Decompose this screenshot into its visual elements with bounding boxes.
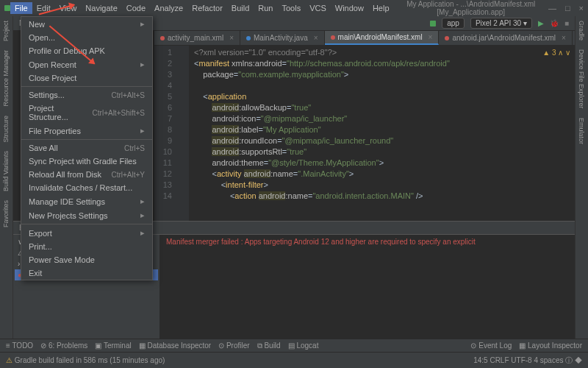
tool-structure[interactable]: Structure (0, 111, 12, 147)
toolwindow-button[interactable]: ⧉ Build (257, 342, 281, 350)
menu-analyze[interactable]: Analyze (150, 2, 187, 14)
inspection-summary[interactable]: ▲ 3 ∧ ∨ (542, 49, 570, 57)
menu-vcs[interactable]: VCS (305, 2, 331, 14)
menuitem-print-[interactable]: Print... (21, 240, 152, 253)
tool-resource-manager[interactable]: Resource Manager (0, 46, 12, 111)
code-area[interactable]: <?xml version="1.0" encoding="utf-8"?> <… (190, 46, 575, 221)
menu-code[interactable]: Code (122, 2, 150, 14)
editor-tabs: activity_main.xml×MainActivity.java×main… (154, 31, 575, 46)
menuitem-file-properties[interactable]: File Properties▸ (21, 124, 152, 138)
window-controls: — □ × (548, 4, 584, 13)
menuitem-export[interactable]: Export▸ (21, 226, 152, 240)
menuitem-manage-ide-settings[interactable]: Manage IDE Settings▸ (21, 194, 152, 208)
menuitem-sync-project-with-gradle-files[interactable]: Sync Project with Gradle Files (21, 155, 152, 168)
close-tab-icon[interactable]: × (314, 34, 318, 42)
close-tab-icon[interactable]: × (429, 33, 433, 41)
menu-help[interactable]: Help (368, 2, 394, 14)
status-message: Gradle build failed in 586 ms (15 minute… (15, 356, 165, 364)
menu-window[interactable]: Window (331, 2, 368, 14)
menuitem-project-structure-[interactable]: Project Structure...Ctrl+Alt+Shift+S (21, 102, 152, 124)
menu-navigate[interactable]: Navigate (81, 2, 121, 14)
tool-project[interactable]: Project (0, 16, 12, 46)
tool-device-file-explorer[interactable]: Device File Explorer (576, 45, 587, 113)
menuitem-open-recent[interactable]: Open Recent▸ (21, 57, 152, 71)
menuitem-power-save-mode[interactable]: Power Save Mode (21, 253, 152, 266)
menuitem-close-project[interactable]: Close Project (21, 71, 152, 85)
debug-button[interactable]: 🐞 (550, 19, 559, 27)
tool-emulator[interactable]: Emulator (576, 113, 587, 149)
menuitem-new-projects-settings[interactable]: New Projects Settings▸ (21, 208, 152, 222)
toolwindow-button[interactable]: ⊙ Event Log (470, 342, 512, 350)
gutter-icons (176, 46, 190, 221)
line-gutter: 1234567891011121314 (154, 46, 176, 221)
tool-window-bar: ≡ TODO⊘ 6: Problems▣ Terminal▦ Database … (0, 339, 588, 352)
toolwindow-button[interactable]: ▦ Layout Inspector (519, 342, 582, 350)
toolwindow-button[interactable]: ▣ Terminal (95, 342, 131, 350)
tool-favorites[interactable]: Favorites (0, 196, 12, 232)
menuitem-exit[interactable]: Exit (21, 266, 152, 280)
menu-run[interactable]: Run (254, 2, 277, 14)
menuitem-invalidate-caches-restart-[interactable]: Invalidate Caches / Restart... (21, 181, 152, 194)
maximize-button[interactable]: □ (565, 4, 570, 13)
menu-refactor[interactable]: Refactor (187, 2, 227, 14)
run-config-selector[interactable]: app (442, 18, 465, 29)
editor-pane: 1234567891011121314 <?xml version="1.0" … (154, 46, 575, 221)
menuitem-open-[interactable]: Open... (21, 31, 152, 44)
editor-tab[interactable]: main\AndroidManifest.xml× (325, 31, 440, 45)
toolwindow-button[interactable]: ⊘ 6: Problems (40, 342, 87, 350)
menuitem-save-all[interactable]: Save AllCtrl+S (21, 141, 152, 155)
editor-tab[interactable]: android.jar\AndroidManifest.xml× (439, 31, 572, 45)
window-title: My Application - ...\AndroidManifest.xml… (394, 0, 548, 16)
module-icon (430, 21, 436, 26)
toolwindow-button[interactable]: ≡ TODO (6, 342, 33, 350)
toolwindow-button[interactable]: ▦ Database Inspector (139, 342, 212, 350)
device-selector[interactable]: Pixel 2 API 30 ▾ (470, 18, 532, 29)
editor-tab[interactable]: activity_main.xml× (154, 31, 240, 45)
tool-build-variants[interactable]: Build Variants (0, 146, 12, 196)
menuitem-new[interactable]: New▸ (21, 17, 152, 31)
right-tool-strip: GradleDevice File ExplorerEmulator (575, 16, 588, 352)
close-tab-icon[interactable]: × (229, 34, 234, 42)
main-menu: FileEditViewNavigateCodeAnalyzeRefactorB… (10, 2, 394, 14)
toolwindow-button[interactable]: ⊙ Profiler (218, 342, 249, 350)
menu-tools[interactable]: Tools (277, 2, 305, 14)
menuitem-settings-[interactable]: Settings...Ctrl+Alt+S (21, 88, 152, 102)
left-tool-strip: ProjectResource ManagerStructureBuild Va… (0, 16, 13, 352)
minimize-button[interactable]: — (548, 4, 556, 13)
menu-build[interactable]: Build (227, 2, 254, 14)
toolwindow-button[interactable]: ▤ Logcat (288, 342, 319, 350)
status-bar: ⚠ Gradle build failed in 586 ms (15 minu… (0, 352, 588, 368)
menuitem-profile-or-debug-apk[interactable]: Profile or Debug APK (21, 44, 152, 57)
status-right[interactable]: 14:5 CRLF UTF-8 4 spaces ⓘ ◆ (473, 355, 582, 366)
close-button[interactable]: × (579, 4, 584, 13)
close-tab-icon[interactable]: × (562, 34, 566, 42)
app-icon (4, 5, 10, 11)
tool-gradle[interactable]: Gradle (576, 16, 587, 45)
build-output[interactable]: Manifest merger failed : Apps targeting … (160, 235, 575, 339)
titlebar: FileEditViewNavigateCodeAnalyzeRefactorB… (0, 0, 588, 16)
menuitem-reload-all-from-disk[interactable]: Reload All from DiskCtrl+Alt+Y (21, 168, 152, 181)
run-button[interactable]: ▶ (538, 19, 544, 27)
editor-tab[interactable]: MainActivity.java× (240, 31, 325, 45)
menu-file[interactable]: File (10, 2, 32, 14)
stop-button[interactable]: ■ (564, 19, 569, 27)
